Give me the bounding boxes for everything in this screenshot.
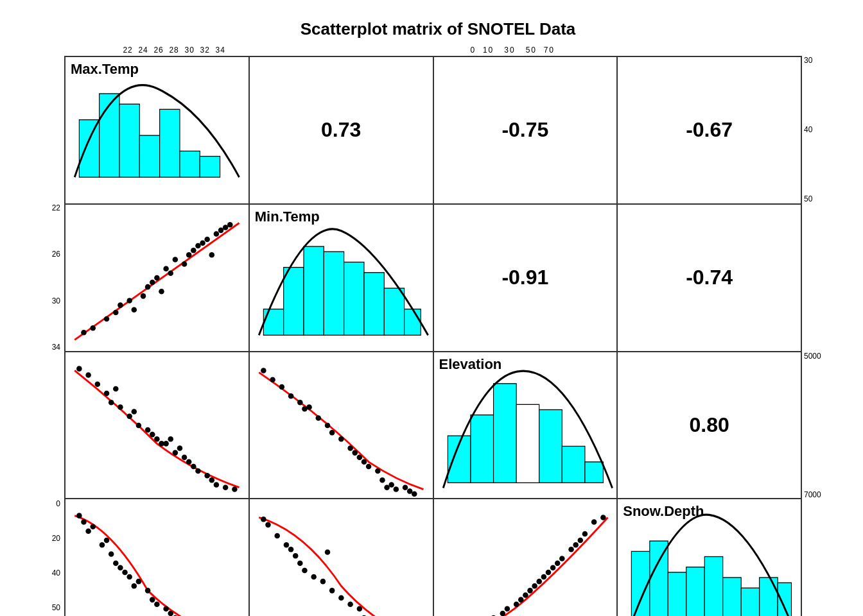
svg-point-69 xyxy=(261,368,266,373)
svg-point-18 xyxy=(154,275,160,280)
svg-point-59 xyxy=(177,445,183,451)
svg-point-112 xyxy=(136,579,142,585)
svg-point-109 xyxy=(122,570,128,576)
svg-point-45 xyxy=(104,390,110,396)
svg-point-20 xyxy=(163,266,169,271)
corr-1-2: 0.73 xyxy=(321,118,361,142)
svg-point-133 xyxy=(302,568,308,574)
left-axes: 34302622 605040200 xyxy=(39,56,64,616)
svg-point-58 xyxy=(173,450,179,456)
svg-point-15 xyxy=(141,293,146,299)
svg-rect-34 xyxy=(263,309,283,336)
cell-1-3: -0.75 xyxy=(433,56,618,204)
svg-point-159 xyxy=(513,602,519,608)
left-axis-3 xyxy=(39,352,64,499)
svg-rect-98 xyxy=(562,446,585,483)
cell-3-3: Elevation xyxy=(433,352,618,499)
cell-2-4: -0.74 xyxy=(617,204,801,352)
svg-point-57 xyxy=(168,436,173,442)
right-axes: 504030 70005000 xyxy=(802,56,837,616)
svg-point-32 xyxy=(223,225,229,230)
svg-point-26 xyxy=(195,243,201,249)
svg-point-100 xyxy=(76,513,82,519)
top-axis-3: 0 10 30 50 70 xyxy=(427,46,595,55)
svg-rect-37 xyxy=(324,252,344,335)
svg-point-77 xyxy=(324,422,330,428)
svg-point-25 xyxy=(191,248,196,253)
right-axis-4 xyxy=(802,499,837,616)
svg-point-136 xyxy=(324,550,330,556)
svg-point-31 xyxy=(218,227,224,233)
svg-point-103 xyxy=(90,524,96,530)
top-axis-1: 22 24 26 28 30 32 34 xyxy=(90,46,258,55)
svg-point-33 xyxy=(227,222,233,228)
svg-rect-178 xyxy=(668,572,686,616)
svg-point-70 xyxy=(270,377,275,382)
svg-point-46 xyxy=(109,400,114,406)
svg-point-81 xyxy=(352,450,358,456)
svg-point-171 xyxy=(573,542,579,548)
svg-point-83 xyxy=(361,459,367,465)
top-axes: 22 24 26 28 30 32 34 0 10 30 50 70 xyxy=(39,46,837,55)
svg-point-80 xyxy=(347,445,353,451)
corr-3-4: 0.80 xyxy=(689,413,729,437)
svg-point-168 xyxy=(554,561,560,567)
svg-point-87 xyxy=(384,484,390,490)
svg-point-44 xyxy=(95,381,101,387)
svg-rect-3 xyxy=(139,135,159,177)
svg-point-115 xyxy=(154,602,160,608)
svg-rect-2 xyxy=(119,104,139,177)
svg-rect-36 xyxy=(304,246,324,335)
svg-point-127 xyxy=(265,522,271,528)
svg-point-21 xyxy=(168,270,173,276)
right-axis-2 xyxy=(802,203,837,351)
left-axis-2: 34302622 xyxy=(39,203,64,351)
svg-point-130 xyxy=(288,547,294,552)
cell-3-4: 0.80 xyxy=(617,352,801,499)
svg-point-56 xyxy=(163,441,169,447)
svg-point-84 xyxy=(366,463,372,469)
cell-1-1: Max.Temp xyxy=(65,56,249,204)
svg-point-8 xyxy=(81,330,87,336)
chart-area: 22 24 26 28 30 32 34 0 10 30 50 70 34302… xyxy=(39,46,837,616)
svg-point-73 xyxy=(297,400,303,406)
svg-point-67 xyxy=(223,484,229,490)
svg-point-72 xyxy=(288,393,294,399)
svg-point-158 xyxy=(504,606,510,612)
svg-point-85 xyxy=(375,468,381,474)
svg-point-170 xyxy=(568,547,574,552)
cell-label-elevation: Elevation xyxy=(439,356,502,373)
right-axis-1: 504030 xyxy=(802,56,837,203)
svg-point-163 xyxy=(532,583,537,589)
svg-point-128 xyxy=(274,533,280,539)
svg-point-13 xyxy=(126,298,132,304)
svg-point-169 xyxy=(559,556,565,562)
svg-point-132 xyxy=(297,561,303,567)
cell-4-4: Snow.Depth xyxy=(617,499,801,616)
svg-point-71 xyxy=(279,384,284,389)
svg-point-63 xyxy=(195,468,201,474)
svg-point-78 xyxy=(329,430,335,436)
svg-point-160 xyxy=(518,597,523,603)
cell-4-3 xyxy=(433,499,618,616)
cell-2-2: Min.Temp xyxy=(249,204,433,352)
svg-rect-35 xyxy=(283,267,303,335)
cell-1-2: 0.73 xyxy=(249,56,433,204)
svg-line-7 xyxy=(74,223,239,339)
cell-label-mintemp: Min.Temp xyxy=(255,209,320,225)
svg-point-22 xyxy=(173,257,179,262)
cell-4-1 xyxy=(65,499,249,616)
cell-3-1 xyxy=(65,352,249,499)
svg-point-157 xyxy=(500,611,505,616)
svg-point-139 xyxy=(347,602,353,608)
svg-point-48 xyxy=(118,404,123,410)
cell-1-4: -0.67 xyxy=(617,56,801,204)
svg-point-60 xyxy=(182,454,187,460)
svg-point-101 xyxy=(81,520,87,526)
svg-point-165 xyxy=(541,574,546,580)
svg-point-108 xyxy=(118,565,123,571)
svg-point-61 xyxy=(186,459,192,465)
svg-rect-182 xyxy=(741,588,759,616)
svg-point-137 xyxy=(329,588,335,594)
svg-point-173 xyxy=(582,531,588,537)
